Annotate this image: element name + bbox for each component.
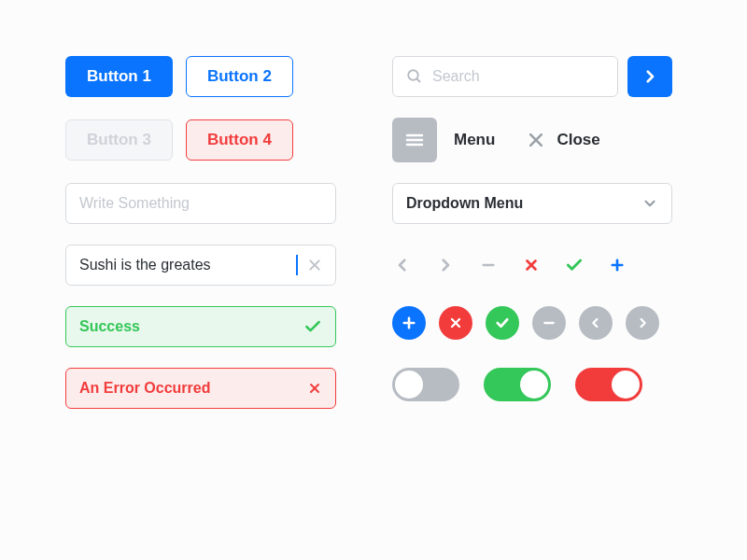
close-label: Close [557,131,599,149]
text-input-value: Sushi is the greates [79,257,289,273]
chevron-right-icon [641,68,658,85]
circle-check-button[interactable] [486,306,519,340]
x-icon[interactable] [521,255,542,275]
menu-button[interactable] [392,118,437,162]
search-input[interactable]: Search [392,56,618,97]
alert-error: An Error Occurred [65,368,336,409]
circle-minus-button[interactable] [532,306,566,340]
chevron-right-icon[interactable] [435,255,456,275]
toggle-knob [612,371,640,399]
text-caret [296,255,298,275]
toggle-on-red[interactable] [575,368,642,401]
dropdown-label: Dropdown Menu [406,195,523,212]
toggle-knob [520,371,548,399]
search-go-button[interactable] [627,56,672,97]
alert-success: Success [65,306,336,347]
toggle-knob [395,371,423,399]
button-2[interactable]: Button 2 [186,56,293,97]
hamburger-icon [403,129,426,151]
alert-error-text: An Error Occurred [79,380,210,397]
write-input[interactable]: Write Something [65,183,336,224]
search-icon [406,68,423,85]
alert-success-text: Success [79,318,140,335]
svg-line-1 [416,78,420,82]
button-1[interactable]: Button 1 [65,56,173,97]
clear-icon[interactable] [307,258,322,273]
button-3: Button 3 [65,119,173,161]
check-icon[interactable] [564,255,585,275]
svg-point-0 [408,70,418,80]
circle-next-button[interactable] [626,306,659,340]
circle-close-button[interactable] [439,306,472,340]
circle-prev-button[interactable] [579,306,613,340]
plus-icon[interactable] [607,255,627,275]
close-icon[interactable] [527,131,545,149]
menu-label: Menu [454,131,495,149]
toggle-on-green[interactable] [484,368,551,401]
button-4[interactable]: Button 4 [186,119,293,161]
chevron-left-icon[interactable] [392,255,413,275]
write-placeholder: Write Something [79,195,190,212]
search-placeholder: Search [432,68,480,85]
minus-icon[interactable] [478,255,499,275]
toggle-off[interactable] [392,368,459,401]
dropdown-menu[interactable]: Dropdown Menu [392,183,672,224]
chevron-down-icon [641,195,658,212]
check-icon [303,317,322,336]
circle-add-button[interactable] [392,306,426,340]
text-input-filled[interactable]: Sushi is the greates [65,245,336,286]
x-icon[interactable] [307,381,322,396]
